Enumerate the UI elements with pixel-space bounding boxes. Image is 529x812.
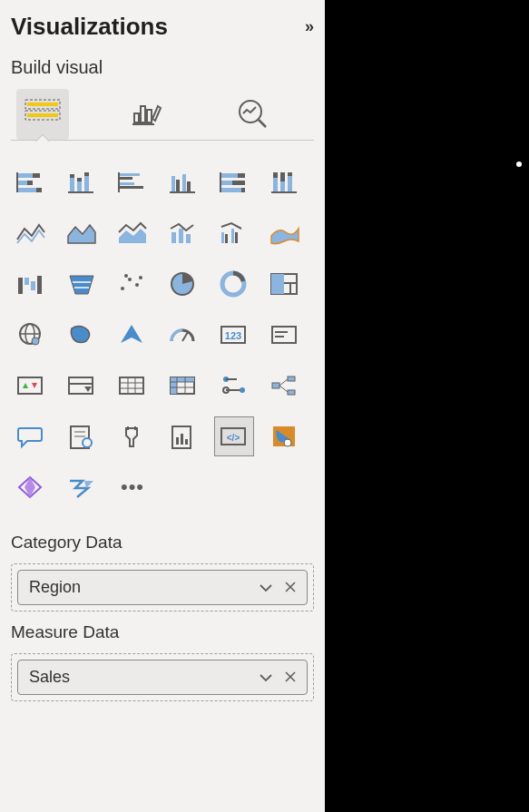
mode-tabs: [11, 89, 314, 141]
svg-rect-122: [181, 434, 183, 445]
viz-stacked-area-chart[interactable]: [113, 213, 152, 253]
measure-field-dropdown-icon[interactable]: [260, 670, 272, 685]
svg-rect-56: [235, 232, 238, 243]
collapse-panel-icon[interactable]: »: [305, 17, 314, 36]
svg-rect-6: [147, 110, 152, 122]
svg-rect-18: [70, 178, 74, 191]
tab-format-visual[interactable]: [122, 89, 174, 140]
svg-rect-4: [134, 113, 139, 122]
svg-rect-15: [18, 188, 36, 192]
viz-arcgis-map[interactable]: [265, 416, 305, 456]
viz-power-apps[interactable]: [11, 467, 51, 507]
panel-title: Visualizations: [11, 13, 168, 41]
measure-data-well[interactable]: Sales: [11, 653, 314, 701]
viz-gauge-chart[interactable]: [163, 315, 203, 355]
viz-stacked-bar-chart[interactable]: [11, 162, 51, 202]
viz-table[interactable]: [113, 366, 152, 406]
measure-field-name: Sales: [29, 668, 70, 687]
svg-point-68: [139, 276, 142, 279]
svg-point-78: [32, 338, 39, 345]
category-data-label: Category Data: [11, 533, 314, 553]
canvas-marker: [516, 161, 522, 167]
svg-rect-51: [179, 229, 183, 243]
svg-rect-5: [141, 106, 145, 122]
viz-slicer[interactable]: [62, 366, 102, 406]
build-visual-label: Build visual: [11, 57, 314, 78]
svg-rect-58: [24, 278, 29, 285]
svg-rect-13: [18, 181, 27, 185]
svg-rect-21: [77, 178, 82, 181]
viz-decomposition-tree[interactable]: [265, 366, 305, 406]
category-field-pill[interactable]: Region: [17, 570, 308, 605]
category-field-remove-icon[interactable]: [285, 580, 296, 595]
viz-clustered-column-chart[interactable]: [163, 162, 203, 202]
viz-ribbon-chart[interactable]: [265, 213, 305, 253]
viz-multi-row-card[interactable]: [265, 315, 305, 355]
panel-header: Visualizations »: [11, 13, 314, 41]
svg-rect-45: [280, 172, 285, 181]
viz-matrix[interactable]: [163, 366, 203, 406]
viz-filled-map[interactable]: [62, 315, 102, 355]
svg-line-80: [182, 332, 188, 341]
measure-field-remove-icon[interactable]: [285, 670, 296, 685]
viz-line-stacked-column-chart[interactable]: [163, 213, 203, 253]
svg-rect-27: [120, 182, 134, 185]
svg-rect-26: [120, 177, 132, 180]
svg-rect-55: [231, 229, 234, 243]
format-brush-icon: [131, 97, 165, 132]
svg-rect-12: [33, 173, 40, 178]
viz-funnel-chart[interactable]: [62, 264, 102, 304]
tab-build-visual[interactable]: [16, 89, 69, 140]
svg-rect-72: [271, 274, 284, 294]
viz-treemap-chart[interactable]: [265, 264, 305, 304]
viz-python-visual[interactable]: </>: [214, 416, 254, 456]
viz-qna[interactable]: [11, 416, 51, 456]
svg-rect-1: [27, 103, 58, 106]
viz-key-influencers[interactable]: [113, 416, 152, 456]
svg-line-112: [279, 379, 288, 386]
viz-100-stacked-bar-chart[interactable]: [214, 162, 254, 202]
viz-waterfall-chart[interactable]: [11, 264, 51, 304]
visualizations-panel: Visualizations » Build visual: [0, 0, 325, 812]
svg-rect-83: [272, 327, 296, 343]
viz-area-chart[interactable]: [62, 213, 102, 253]
viz-paginated-report[interactable]: [163, 416, 203, 456]
viz-smart-narrative[interactable]: [62, 416, 102, 456]
svg-rect-110: [288, 377, 295, 381]
svg-rect-52: [186, 234, 191, 243]
viz-power-automate[interactable]: [62, 467, 102, 507]
svg-rect-39: [221, 188, 241, 192]
viz-map[interactable]: [11, 315, 51, 355]
viz-line-chart[interactable]: [11, 213, 51, 253]
svg-rect-59: [31, 281, 35, 290]
svg-rect-16: [36, 188, 42, 192]
viz-donut-chart[interactable]: [214, 264, 254, 304]
svg-rect-43: [273, 172, 278, 178]
viz-pie-chart[interactable]: [163, 264, 203, 304]
svg-point-65: [128, 278, 132, 281]
viz-r-script-visual[interactable]: [214, 366, 254, 406]
svg-rect-53: [221, 232, 224, 243]
svg-rect-123: [185, 439, 188, 445]
measure-field-pill[interactable]: Sales: [17, 660, 308, 695]
category-field-dropdown-icon[interactable]: [260, 580, 272, 595]
category-data-section: Category Data Region: [11, 533, 314, 611]
canvas-area: [325, 0, 529, 812]
viz-card[interactable]: 123: [214, 315, 254, 355]
viz-stacked-column-chart[interactable]: [62, 162, 102, 202]
svg-rect-22: [84, 176, 89, 191]
viz-kpi[interactable]: [11, 366, 51, 406]
category-data-well[interactable]: Region: [11, 563, 314, 611]
viz-more-visuals[interactable]: •••: [113, 467, 152, 507]
viz-azure-map[interactable]: [113, 315, 152, 355]
viz-scatter-chart[interactable]: [113, 264, 152, 304]
tab-analytics[interactable]: [227, 89, 279, 140]
viz-line-clustered-column-chart[interactable]: [214, 213, 254, 253]
viz-100-stacked-column-chart[interactable]: [265, 162, 305, 202]
svg-point-66: [135, 283, 139, 287]
svg-marker-61: [70, 276, 93, 294]
svg-rect-32: [182, 174, 186, 191]
svg-rect-25: [120, 173, 140, 176]
svg-rect-14: [27, 181, 33, 185]
viz-clustered-bar-chart[interactable]: [113, 162, 152, 202]
